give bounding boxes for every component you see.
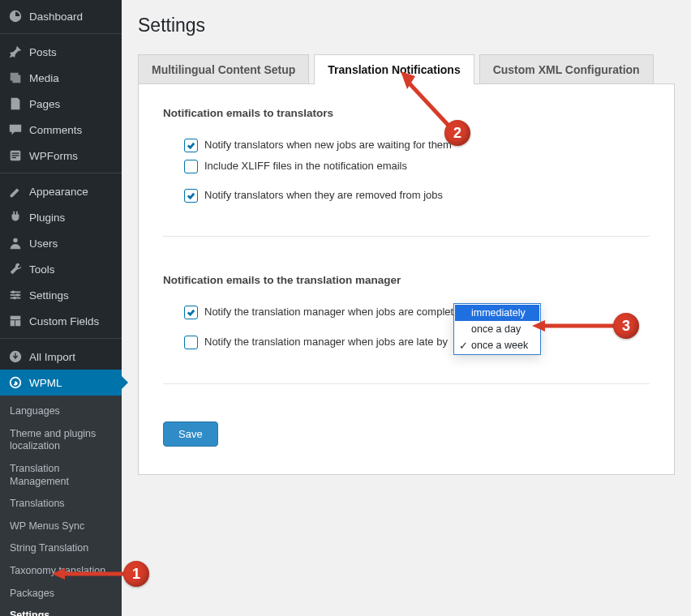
annotation-badge-3: 3 [613,313,639,339]
sidebar-item-wpforms[interactable]: WPForms [0,143,122,169]
settings-icon [8,288,23,302]
option-notify-removed[interactable]: Notify translators when they are removed… [184,187,650,203]
svg-point-4 [13,238,17,242]
settings-panel: Notification emails to translators Notif… [138,83,675,475]
option-include-xliff[interactable]: Include XLIFF files in the notification … [184,158,650,174]
tools-icon [8,262,23,276]
save-button[interactable]: Save [163,421,218,447]
svg-marker-22 [532,320,545,332]
sidebar-item-tools[interactable]: Tools [0,256,122,282]
wpml-icon [8,375,23,390]
sidebar-item-label: Settings [29,289,69,302]
submenu-item-wp-menus-sync[interactable]: WP Menus Sync [0,515,122,538]
sidebar-submenu: Languages Theme and plugins localization… [0,396,122,616]
submenu-item-settings[interactable]: Settings [0,605,122,616]
svg-rect-2 [12,155,19,156]
sidebar-item-appearance[interactable]: Appearance [0,178,122,204]
option-label: Notify translators when new jobs are wai… [204,137,452,153]
annotation-arrow-1 [49,566,130,582]
save-row: Save [163,421,650,447]
sidebar-item-comments[interactable]: Comments [0,117,122,143]
sidebar-item-custom-fields[interactable]: Custom Fields [0,308,122,334]
sidebar-item-label: All Import [29,351,75,363]
sidebar-item-settings[interactable]: Settings [0,282,122,308]
sidebar-item-media[interactable]: Media [0,65,122,91]
checkbox[interactable] [184,160,198,173]
annotation-arrow-3 [529,318,618,334]
option-label: Include XLIFF files in the notification … [204,158,407,174]
dropdown-option-once-a-day[interactable]: once a day [455,321,539,337]
frequency-dropdown[interactable]: immediately once a day once a week [453,303,541,355]
user-icon [8,236,23,250]
annotation-badge-1: 1 [123,561,149,587]
sidebar-item-label: Dashboard [29,11,83,23]
svg-point-10 [13,297,16,300]
submenu-item-languages[interactable]: Languages [0,400,122,423]
plugin-icon [8,210,23,225]
dropdown-option-once-a-week[interactable]: once a week [455,337,539,353]
sidebar-item-users[interactable]: Users [0,230,122,256]
checkbox[interactable] [184,189,198,203]
page-icon [8,96,23,111]
sidebar-item-label: Comments [29,124,82,136]
sidebar-item-pages[interactable]: Pages [0,91,122,117]
option-label-pre: Notify the translation manager when jobs… [204,334,448,350]
option-notify-late[interactable]: Notify the translation manager when jobs… [184,333,650,351]
page-title: Settings [138,15,675,36]
submenu-item-translations[interactable]: Translations [0,493,122,515]
sidebar-item-posts[interactable]: Posts [0,39,122,65]
submenu-item-translation-management[interactable]: Translation Management [0,458,122,493]
sidebar-separator [0,338,122,344]
sidebar-item-dashboard[interactable]: Dashboard [0,3,122,29]
pin-icon [8,45,23,59]
svg-point-8 [12,291,15,294]
sidebar-item-all-import[interactable]: All Import [0,344,122,370]
fields-icon [8,314,23,328]
sidebar-item-label: Custom Fields [29,315,99,327]
dropdown-option-immediately[interactable]: immediately [455,305,539,321]
checkbox[interactable] [184,306,198,319]
svg-rect-12 [11,320,15,326]
sidebar-item-label: Users [29,237,58,250]
forms-icon [8,148,23,163]
sidebar-item-wpml[interactable]: WPML [0,370,122,396]
sidebar-separator [0,173,122,178]
section-heading: Notification emails to the translation m… [163,274,650,286]
option-notify-new-jobs[interactable]: Notify translators when new jobs are wai… [184,137,650,153]
option-label: Notify translators when they are removed… [204,187,443,203]
svg-line-19 [409,83,451,128]
svg-rect-3 [12,157,16,158]
sidebar-item-label: Media [29,72,59,84]
dashboard-icon [8,9,23,24]
sidebar-item-label: Tools [29,263,55,276]
sidebar-item-label: Posts [29,46,57,58]
comment-icon [8,122,23,137]
content-area: Settings Multilingual Content Setup Tran… [122,0,691,616]
sidebar-item-label: WPForms [29,150,78,162]
sidebar-separator [0,33,122,39]
checkbox[interactable] [184,139,198,152]
svg-rect-11 [11,316,21,320]
submenu-item-localization[interactable]: Theme and plugins localization [0,423,122,458]
tab-multilingual-content-setup[interactable]: Multilingual Content Setup [138,54,309,84]
sidebar-item-label: WPML [29,377,62,389]
checkbox[interactable] [184,336,198,349]
sidebar-item-label: Pages [29,98,60,110]
tab-custom-xml-configuration[interactable]: Custom XML Configuration [479,54,654,84]
svg-point-9 [16,293,19,297]
sidebar-item-label: Appearance [29,186,88,198]
annotation-badge-2: 2 [444,120,470,146]
import-icon [8,349,23,364]
svg-rect-1 [12,152,19,153]
sidebar-item-plugins[interactable]: Plugins [0,204,122,230]
submenu-item-packages[interactable]: Packages [0,583,122,605]
option-label: Notify the translation manager when jobs… [204,304,466,320]
submenu-item-string-translation[interactable]: String Translation [0,537,122,560]
sidebar-item-label: Plugins [29,212,65,224]
svg-rect-13 [15,320,20,326]
svg-marker-18 [52,568,65,580]
media-icon [8,71,23,85]
appearance-icon [8,184,23,199]
admin-sidebar: Dashboard Posts Media Pages Comments WPF… [0,0,122,616]
